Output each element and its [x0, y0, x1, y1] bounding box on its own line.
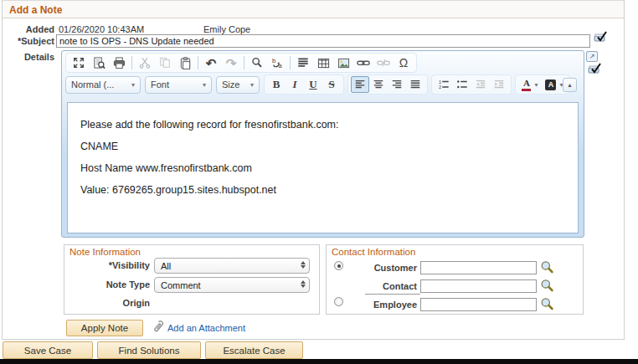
- open-popup-icon[interactable]: ↗: [586, 51, 598, 62]
- note-type-select[interactable]: Comment: [154, 277, 310, 293]
- toolbar-group-1: ↶ ↷ ba Ω: [65, 53, 417, 73]
- contact-information-box: Contact Information Customer Contact Emp…: [326, 244, 584, 315]
- page-title: Add a Note: [3, 1, 624, 16]
- contact-label: Contact: [327, 281, 417, 291]
- subject-label: *Subject: [3, 36, 54, 46]
- redo-icon[interactable]: ↷: [221, 54, 241, 71]
- list-indent-group: 12: [431, 74, 512, 95]
- toolbar-separator: [198, 56, 198, 69]
- editor-text-line: Please add the following record for fres…: [80, 114, 578, 136]
- text-color-letter: A: [523, 79, 530, 88]
- preview-icon[interactable]: [89, 54, 109, 71]
- employee-label: Employee: [327, 300, 417, 310]
- cut-icon[interactable]: [135, 54, 155, 71]
- size-select[interactable]: Size ▾: [216, 76, 260, 94]
- contact-lookup-icon[interactable]: [540, 279, 554, 293]
- svg-text:1: 1: [439, 79, 441, 85]
- text-color-icon[interactable]: A ▾: [518, 76, 542, 93]
- toolbar-separator: [244, 56, 244, 69]
- copy-icon[interactable]: [155, 54, 175, 71]
- paste-icon[interactable]: [175, 54, 195, 71]
- toolbar-separator: [131, 56, 132, 69]
- window-bottom-edge: [0, 359, 638, 364]
- customer-label: Customer: [327, 263, 417, 273]
- spellcheck-subject-icon[interactable]: [594, 30, 608, 43]
- editor-content-area[interactable]: Please add the following record for fres…: [67, 102, 579, 233]
- note-information-box: Note Information *Visibility All Note Ty…: [64, 244, 320, 315]
- size-value: Size: [222, 79, 239, 90]
- customer-input[interactable]: [420, 261, 537, 274]
- spellcheck-details-icon[interactable]: [588, 62, 602, 74]
- svg-text:b: b: [271, 57, 275, 64]
- select-stepper-icon: [301, 280, 306, 288]
- visibility-label: *Visibility: [64, 260, 150, 270]
- save-case-button[interactable]: Save Case: [3, 341, 93, 359]
- collapse-toolbar-button[interactable]: ▴: [563, 78, 577, 92]
- visibility-value: All: [161, 261, 171, 271]
- underline-icon[interactable]: U: [304, 76, 322, 93]
- align-center-icon[interactable]: [369, 76, 388, 93]
- chevron-down-icon: ▾: [131, 81, 135, 89]
- italic-icon[interactable]: I: [286, 76, 304, 93]
- rich-text-editor: ↶ ↷ ba Ω Normal (... ▾: [61, 50, 584, 238]
- visibility-select[interactable]: All: [154, 258, 310, 274]
- undo-icon[interactable]: ↶: [201, 54, 221, 71]
- increase-indent-icon[interactable]: [490, 76, 508, 93]
- add-attachment-link[interactable]: Add an Attachment: [167, 323, 245, 333]
- employee-lookup-icon[interactable]: [540, 297, 554, 311]
- unlink-icon[interactable]: [373, 54, 394, 71]
- paragraph-format-select[interactable]: Normal (... ▾: [65, 76, 141, 94]
- escalate-case-button[interactable]: Escalate Case: [205, 341, 303, 359]
- note-type-label: Note Type: [64, 279, 150, 290]
- added-datetime: 01/26/2020 10:43AM: [59, 24, 144, 34]
- print-icon[interactable]: [109, 54, 129, 71]
- insert-image-icon[interactable]: [333, 54, 353, 71]
- editor-text-line: Value: 6769265.group15.sites.hubspot.net: [80, 179, 578, 201]
- align-justify-icon[interactable]: [406, 76, 424, 93]
- bulleted-list-icon[interactable]: [453, 76, 471, 93]
- text-color-bar: [522, 89, 531, 91]
- select-all-icon[interactable]: [293, 54, 313, 71]
- apply-note-button[interactable]: Apply Note: [66, 320, 143, 336]
- add-a-note-panel: Add a Note Added 01/26/2020 10:43AM Emil…: [2, 0, 625, 340]
- insert-table-icon[interactable]: [313, 54, 333, 71]
- origin-label: Origin: [64, 298, 150, 308]
- maximize-icon[interactable]: [69, 54, 89, 71]
- subject-input[interactable]: [56, 34, 590, 48]
- select-stepper-icon: [301, 261, 306, 269]
- bold-icon[interactable]: B: [267, 76, 286, 93]
- add-a-note-page: Add a Note Added 01/26/2020 10:43AM Emil…: [0, 0, 638, 364]
- alignment-group: [347, 74, 428, 95]
- find-icon[interactable]: [247, 54, 267, 71]
- contact-employee-divider: [365, 294, 420, 295]
- note-information-title: Note Information: [69, 247, 141, 257]
- insert-link-icon[interactable]: [353, 54, 373, 71]
- chevron-down-icon: ▾: [250, 81, 254, 89]
- font-select[interactable]: Font ▾: [145, 76, 212, 94]
- paragraph-format-value: Normal (...: [71, 79, 114, 90]
- added-label: Added: [3, 24, 54, 34]
- editor-text-line: Host Name www.fresnofirstbank.com: [80, 157, 578, 179]
- align-right-icon[interactable]: [388, 76, 406, 93]
- contact-input[interactable]: [420, 279, 537, 293]
- numbered-list-icon[interactable]: 12: [435, 76, 453, 93]
- editor-toolbar-row1: ↶ ↷ ba Ω: [62, 51, 584, 74]
- align-left-icon[interactable]: [351, 76, 369, 93]
- customer-lookup-icon[interactable]: [540, 260, 554, 274]
- chevron-down-icon: ▾: [203, 81, 206, 89]
- paperclip-icon: [151, 320, 164, 335]
- find-solutions-button[interactable]: Find Solutions: [97, 341, 201, 359]
- decrease-indent-icon[interactable]: [471, 76, 490, 93]
- employee-input[interactable]: [420, 298, 537, 311]
- details-label: Details: [3, 52, 54, 62]
- background-color-letter: A: [545, 79, 556, 90]
- added-by-name: Emily Cope: [203, 24, 250, 34]
- toolbar-separator: [290, 56, 291, 69]
- strikethrough-icon[interactable]: S: [322, 76, 341, 93]
- contact-information-title: Contact Information: [332, 247, 415, 257]
- special-character-icon[interactable]: Ω: [394, 54, 414, 71]
- editor-toolbar-row2: Normal (... ▾ Font ▾ Size ▾ B I U S: [62, 74, 584, 95]
- note-type-value: Comment: [161, 280, 201, 290]
- panel-header: Add a Note: [3, 1, 624, 18]
- replace-icon[interactable]: ba: [267, 54, 287, 71]
